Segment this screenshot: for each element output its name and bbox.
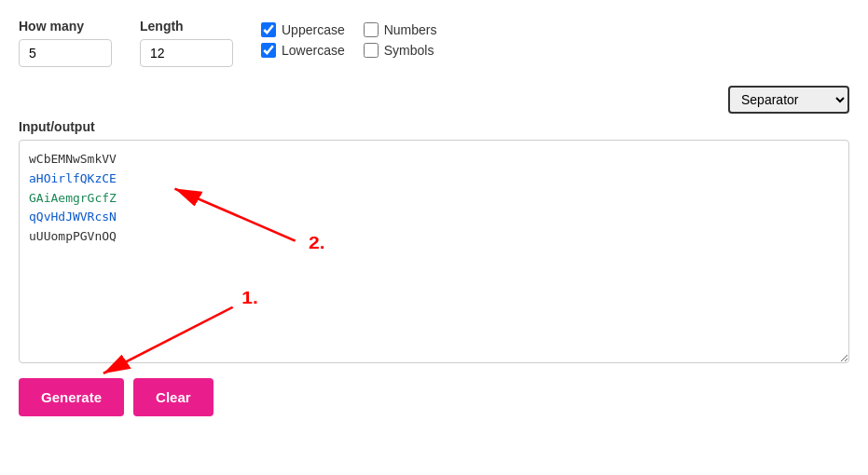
how-many-group: How many	[19, 19, 112, 67]
uppercase-checkbox-item[interactable]: Uppercase	[261, 22, 345, 37]
output-line: qQvHdJWVRcsN	[29, 208, 839, 227]
uppercase-label: Uppercase	[282, 22, 345, 37]
lowercase-checkbox-item[interactable]: Lowercase	[261, 43, 345, 58]
uppercase-checkbox[interactable]	[261, 22, 276, 37]
numbers-checkbox-item[interactable]: Numbers	[364, 22, 448, 37]
length-group: Length	[140, 19, 233, 67]
numbers-label: Numbers	[384, 22, 437, 37]
separator-row: Separator None Space Comma Newline	[19, 86, 849, 114]
output-display[interactable]: wCbEMNwSmkVVaHOirlfQKzCEGAiAemgrGcfZqQvH…	[19, 140, 849, 363]
page-wrapper: How many Length Uppercase Numbers Lowerc…	[19, 19, 849, 416]
generate-button[interactable]: Generate	[19, 378, 124, 416]
output-line: wCbEMNwSmkVV	[29, 150, 839, 170]
how-many-input[interactable]	[19, 39, 112, 67]
symbols-label: Symbols	[384, 43, 434, 58]
output-area: wCbEMNwSmkVVaHOirlfQKzCEGAiAemgrGcfZqQvH…	[19, 140, 849, 363]
input-output-label: Input/output	[19, 119, 849, 134]
numbers-checkbox[interactable]	[364, 22, 379, 37]
checkboxes-group: Uppercase Numbers Lowercase Symbols	[261, 22, 447, 58]
output-line: uUUompPGVnOQ	[29, 227, 839, 247]
lowercase-label: Lowercase	[282, 43, 345, 58]
symbols-checkbox-item[interactable]: Symbols	[364, 43, 448, 58]
output-line: GAiAemgrGcfZ	[29, 189, 839, 209]
symbols-checkbox[interactable]	[364, 43, 379, 58]
output-line: aHOirlfQKzCE	[29, 170, 839, 189]
clear-button[interactable]: Clear	[133, 378, 214, 416]
top-controls: How many Length Uppercase Numbers Lowerc…	[19, 19, 849, 67]
length-input[interactable]	[140, 39, 233, 67]
input-output-section: Input/output wCbEMNwSmkVVaHOirlfQKzCEGAi…	[19, 119, 849, 363]
length-label: Length	[140, 19, 233, 34]
buttons-row: Generate Clear	[19, 378, 849, 416]
separator-select[interactable]: Separator None Space Comma Newline	[728, 86, 849, 114]
lowercase-checkbox[interactable]	[261, 43, 276, 58]
how-many-label: How many	[19, 19, 112, 34]
